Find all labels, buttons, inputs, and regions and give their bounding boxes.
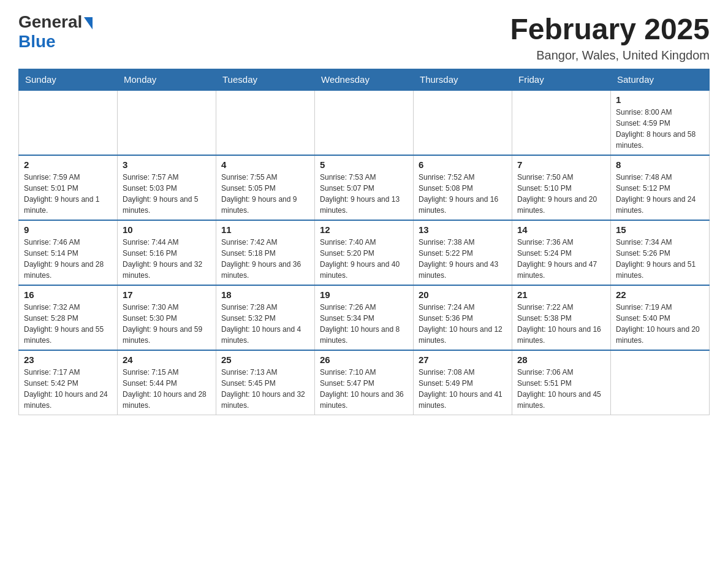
- calendar-cell: 21Sunrise: 7:22 AMSunset: 5:38 PMDayligh…: [512, 285, 611, 350]
- calendar-cell: [315, 90, 414, 155]
- day-number: 18: [221, 289, 309, 300]
- day-number: 7: [517, 159, 605, 170]
- calendar-cell: 26Sunrise: 7:10 AMSunset: 5:47 PMDayligh…: [315, 350, 414, 415]
- calendar-cell: [512, 90, 611, 155]
- weekday-header-tuesday: Tuesday: [216, 69, 315, 91]
- day-info: Sunrise: 7:36 AMSunset: 5:24 PMDaylight:…: [517, 237, 605, 281]
- title-area: February 2025 Bangor, Wales, United King…: [510, 12, 710, 63]
- day-info: Sunrise: 7:06 AMSunset: 5:51 PMDaylight:…: [517, 367, 605, 411]
- calendar-cell: 17Sunrise: 7:30 AMSunset: 5:30 PMDayligh…: [118, 285, 216, 350]
- weekday-header-friday: Friday: [512, 69, 611, 91]
- day-number: 26: [320, 354, 408, 365]
- day-number: 5: [320, 159, 408, 170]
- calendar-week-row: 9Sunrise: 7:46 AMSunset: 5:14 PMDaylight…: [19, 220, 710, 285]
- weekday-header-monday: Monday: [118, 69, 216, 91]
- day-info: Sunrise: 7:32 AMSunset: 5:28 PMDaylight:…: [24, 302, 112, 346]
- day-number: 11: [221, 224, 309, 235]
- day-info: Sunrise: 7:10 AMSunset: 5:47 PMDaylight:…: [320, 367, 408, 411]
- calendar-cell: [414, 90, 512, 155]
- calendar-cell: 10Sunrise: 7:44 AMSunset: 5:16 PMDayligh…: [118, 220, 216, 285]
- day-info: Sunrise: 7:46 AMSunset: 5:14 PMDaylight:…: [24, 237, 112, 281]
- day-info: Sunrise: 7:26 AMSunset: 5:34 PMDaylight:…: [320, 302, 408, 346]
- location: Bangor, Wales, United Kingdom: [510, 48, 710, 63]
- day-number: 21: [517, 289, 605, 300]
- calendar-cell: [118, 90, 216, 155]
- calendar-cell: 7Sunrise: 7:50 AMSunset: 5:10 PMDaylight…: [512, 155, 611, 220]
- calendar-cell: 18Sunrise: 7:28 AMSunset: 5:32 PMDayligh…: [216, 285, 315, 350]
- day-info: Sunrise: 7:50 AMSunset: 5:10 PMDaylight:…: [517, 172, 605, 216]
- calendar-cell: 22Sunrise: 7:19 AMSunset: 5:40 PMDayligh…: [611, 285, 710, 350]
- calendar-table: SundayMondayTuesdayWednesdayThursdayFrid…: [18, 69, 710, 415]
- weekday-header-saturday: Saturday: [611, 69, 710, 91]
- day-info: Sunrise: 7:28 AMSunset: 5:32 PMDaylight:…: [221, 302, 309, 346]
- day-number: 15: [616, 224, 704, 235]
- day-number: 28: [517, 354, 605, 365]
- weekday-header-wednesday: Wednesday: [315, 69, 414, 91]
- weekday-header-thursday: Thursday: [414, 69, 512, 91]
- page-header: General Blue February 2025 Bangor, Wales…: [18, 12, 710, 63]
- calendar-cell: 15Sunrise: 7:34 AMSunset: 5:26 PMDayligh…: [611, 220, 710, 285]
- calendar-cell: 23Sunrise: 7:17 AMSunset: 5:42 PMDayligh…: [19, 350, 118, 415]
- day-number: 27: [419, 354, 507, 365]
- weekday-header-sunday: Sunday: [19, 69, 118, 91]
- calendar-week-row: 23Sunrise: 7:17 AMSunset: 5:42 PMDayligh…: [19, 350, 710, 415]
- day-info: Sunrise: 7:44 AMSunset: 5:16 PMDaylight:…: [123, 237, 211, 281]
- day-number: 2: [24, 159, 112, 170]
- day-info: Sunrise: 7:52 AMSunset: 5:08 PMDaylight:…: [419, 172, 507, 216]
- day-info: Sunrise: 7:48 AMSunset: 5:12 PMDaylight:…: [616, 172, 704, 216]
- calendar-cell: 24Sunrise: 7:15 AMSunset: 5:44 PMDayligh…: [118, 350, 216, 415]
- day-number: 12: [320, 224, 408, 235]
- logo: General Blue: [18, 12, 93, 52]
- day-number: 9: [24, 224, 112, 235]
- day-info: Sunrise: 7:53 AMSunset: 5:07 PMDaylight:…: [320, 172, 408, 216]
- calendar-week-row: 1Sunrise: 8:00 AMSunset: 4:59 PMDaylight…: [19, 90, 710, 155]
- logo-top: General: [18, 12, 93, 32]
- day-info: Sunrise: 7:42 AMSunset: 5:18 PMDaylight:…: [221, 237, 309, 281]
- calendar-cell: 19Sunrise: 7:26 AMSunset: 5:34 PMDayligh…: [315, 285, 414, 350]
- day-info: Sunrise: 7:59 AMSunset: 5:01 PMDaylight:…: [24, 172, 112, 216]
- day-number: 3: [123, 159, 211, 170]
- calendar-cell: [19, 90, 118, 155]
- day-info: Sunrise: 8:00 AMSunset: 4:59 PMDaylight:…: [616, 107, 704, 151]
- calendar-cell: 13Sunrise: 7:38 AMSunset: 5:22 PMDayligh…: [414, 220, 512, 285]
- day-info: Sunrise: 7:34 AMSunset: 5:26 PMDaylight:…: [616, 237, 704, 281]
- calendar-cell: 5Sunrise: 7:53 AMSunset: 5:07 PMDaylight…: [315, 155, 414, 220]
- day-number: 10: [123, 224, 211, 235]
- day-info: Sunrise: 7:15 AMSunset: 5:44 PMDaylight:…: [123, 367, 211, 411]
- day-info: Sunrise: 7:57 AMSunset: 5:03 PMDaylight:…: [123, 172, 211, 216]
- day-info: Sunrise: 7:19 AMSunset: 5:40 PMDaylight:…: [616, 302, 704, 346]
- logo-blue-text: Blue: [18, 32, 56, 52]
- day-info: Sunrise: 7:08 AMSunset: 5:49 PMDaylight:…: [419, 367, 507, 411]
- calendar-cell: 27Sunrise: 7:08 AMSunset: 5:49 PMDayligh…: [414, 350, 512, 415]
- month-title: February 2025: [510, 12, 710, 46]
- day-info: Sunrise: 7:13 AMSunset: 5:45 PMDaylight:…: [221, 367, 309, 411]
- day-number: 14: [517, 224, 605, 235]
- day-info: Sunrise: 7:22 AMSunset: 5:38 PMDaylight:…: [517, 302, 605, 346]
- calendar-cell: 12Sunrise: 7:40 AMSunset: 5:20 PMDayligh…: [315, 220, 414, 285]
- calendar-cell: 2Sunrise: 7:59 AMSunset: 5:01 PMDaylight…: [19, 155, 118, 220]
- calendar-cell: [216, 90, 315, 155]
- calendar-cell: 3Sunrise: 7:57 AMSunset: 5:03 PMDaylight…: [118, 155, 216, 220]
- calendar-week-row: 2Sunrise: 7:59 AMSunset: 5:01 PMDaylight…: [19, 155, 710, 220]
- calendar-cell: 14Sunrise: 7:36 AMSunset: 5:24 PMDayligh…: [512, 220, 611, 285]
- calendar-cell: 8Sunrise: 7:48 AMSunset: 5:12 PMDaylight…: [611, 155, 710, 220]
- calendar-cell: 11Sunrise: 7:42 AMSunset: 5:18 PMDayligh…: [216, 220, 315, 285]
- logo-arrow-icon: [84, 17, 93, 29]
- calendar-cell: 1Sunrise: 8:00 AMSunset: 4:59 PMDaylight…: [611, 90, 710, 155]
- day-number: 1: [616, 94, 704, 105]
- day-number: 4: [221, 159, 309, 170]
- day-number: 16: [24, 289, 112, 300]
- day-number: 13: [419, 224, 507, 235]
- calendar-week-row: 16Sunrise: 7:32 AMSunset: 5:28 PMDayligh…: [19, 285, 710, 350]
- day-info: Sunrise: 7:30 AMSunset: 5:30 PMDaylight:…: [123, 302, 211, 346]
- calendar-cell: [611, 350, 710, 415]
- day-info: Sunrise: 7:17 AMSunset: 5:42 PMDaylight:…: [24, 367, 112, 411]
- day-number: 6: [419, 159, 507, 170]
- day-number: 25: [221, 354, 309, 365]
- calendar-cell: 28Sunrise: 7:06 AMSunset: 5:51 PMDayligh…: [512, 350, 611, 415]
- calendar-cell: 25Sunrise: 7:13 AMSunset: 5:45 PMDayligh…: [216, 350, 315, 415]
- calendar-header-row: SundayMondayTuesdayWednesdayThursdayFrid…: [19, 69, 710, 91]
- day-info: Sunrise: 7:24 AMSunset: 5:36 PMDaylight:…: [419, 302, 507, 346]
- day-info: Sunrise: 7:55 AMSunset: 5:05 PMDaylight:…: [221, 172, 309, 216]
- day-number: 19: [320, 289, 408, 300]
